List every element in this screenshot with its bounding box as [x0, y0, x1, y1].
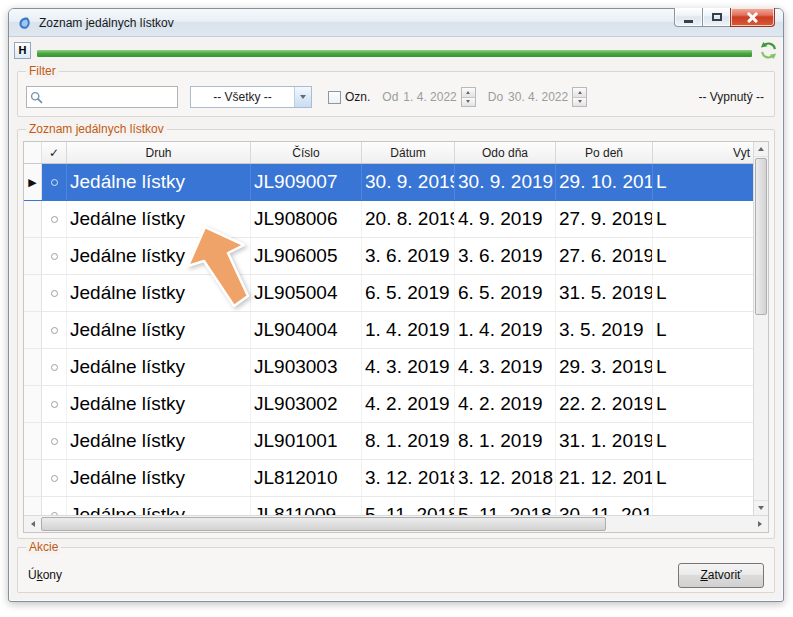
table-row[interactable]: Jedálne lístky JL903002 4. 2. 2019 4. 2.…: [24, 386, 753, 423]
table-row[interactable]: Jedálne lístky JL905004 6. 5. 2019 6. 5.…: [24, 275, 753, 312]
record-dot-icon: [51, 253, 58, 260]
cell-vyt: L: [653, 386, 753, 422]
scroll-down-arrow[interactable]: [754, 500, 768, 515]
header-check-column[interactable]: ✓: [42, 142, 67, 163]
filter-row: -- Všetky -- Ozn. Od 1. 4. 2022 Do 30. 4…: [18, 72, 774, 116]
cell-druh: Jedálne lístky: [67, 497, 251, 515]
row-marker-cell: [24, 349, 42, 385]
search-box[interactable]: [26, 86, 178, 108]
row-marker-cell: [24, 275, 42, 311]
row-check-cell[interactable]: [42, 386, 67, 422]
cell-cislo: JL903003: [251, 349, 362, 385]
cell-odo-dna: 1. 4. 2019: [455, 312, 556, 348]
date-from-spinner[interactable]: [461, 87, 476, 107]
row-check-cell[interactable]: [42, 201, 67, 237]
toolbar-h-button[interactable]: H: [14, 42, 31, 59]
cell-datum: 4. 3. 2019: [362, 349, 455, 385]
header-druh[interactable]: Druh: [67, 142, 251, 163]
header-odo-dna[interactable]: Odo dňa: [455, 142, 556, 163]
table-row[interactable]: Jedálne lístky JL903003 4. 3. 2019 4. 3.…: [24, 349, 753, 386]
minimize-button[interactable]: [674, 8, 703, 27]
scroll-up-arrow[interactable]: [754, 142, 768, 157]
horizontal-scrollbar[interactable]: [24, 515, 768, 532]
row-check-cell[interactable]: [42, 164, 67, 200]
cell-druh: Jedálne lístky: [67, 386, 251, 422]
table-row[interactable]: Jedálne lístky JL812010 3. 12. 2018 3. 1…: [24, 460, 753, 497]
refresh-icon[interactable]: [758, 40, 778, 60]
row-check-cell[interactable]: [42, 275, 67, 311]
horizontal-scroll-thumb[interactable]: [41, 517, 606, 531]
cell-vyt: L: [653, 312, 753, 348]
minimize-icon: [684, 20, 693, 23]
date-to-spinner[interactable]: [572, 87, 587, 107]
type-dropdown-value: -- Všetky --: [191, 90, 294, 104]
search-input[interactable]: [46, 87, 177, 107]
row-marker-cell: [24, 238, 42, 274]
spin-down-icon[interactable]: [462, 98, 475, 107]
ozn-checkbox[interactable]: [328, 91, 341, 104]
record-dot-icon: [51, 475, 58, 482]
cell-datum: 6. 5. 2019: [362, 275, 455, 311]
record-dot-icon: [51, 216, 58, 223]
filter-group-label: Filter: [26, 65, 59, 78]
zatvorit-button[interactable]: Zatvoriť: [678, 563, 764, 588]
cell-odo-dna: 8. 1. 2019: [455, 423, 556, 459]
cell-druh: Jedálne lístky: [67, 349, 251, 385]
row-check-cell[interactable]: [42, 497, 67, 515]
date-from-value: 1. 4. 2022: [403, 90, 456, 104]
state-dropdown[interactable]: -- Vypnutý --: [698, 90, 764, 104]
header-vyt[interactable]: Vyt: [653, 142, 753, 163]
table-row[interactable]: Jedálne lístky JL906005 3. 6. 2019 3. 6.…: [24, 238, 753, 275]
spin-up-icon[interactable]: [462, 88, 475, 98]
vertical-scroll-thumb[interactable]: [755, 158, 767, 315]
close-window-button[interactable]: [730, 8, 775, 27]
cell-druh: Jedálne lístky: [67, 460, 251, 496]
table-row[interactable]: Jedálne lístky JL904004 1. 4. 2019 1. 4.…: [24, 312, 753, 349]
table-row[interactable]: ▶ Jedálne lístky JL909007 30. 9. 2019 30…: [24, 164, 753, 201]
header-marker-column[interactable]: [24, 142, 42, 163]
table-row[interactable]: Jedálne lístky JL908006 20. 8. 2019 4. 9…: [24, 201, 753, 238]
cell-cislo: JL906005: [251, 238, 362, 274]
row-check-cell[interactable]: [42, 238, 67, 274]
header-po-den[interactable]: Po deň: [556, 142, 653, 163]
type-dropdown[interactable]: -- Všetky --: [190, 86, 312, 108]
table-header: ✓ Druh Číslo Dátum Odo dňa Po deň Vyt: [24, 142, 753, 164]
row-marker-cell: [24, 460, 42, 496]
cell-odo-dna: 4. 9. 2019: [455, 201, 556, 237]
table-row[interactable]: Jedálne lístky JL901001 8. 1. 2019 8. 1.…: [24, 423, 753, 460]
actions-row: Úkony Zatvoriť: [18, 548, 774, 592]
row-check-cell[interactable]: [42, 423, 67, 459]
window-title: Zoznam jedálnych lístkov: [39, 16, 174, 30]
header-datum[interactable]: Dátum: [362, 142, 455, 163]
ukony-button[interactable]: Úkony: [28, 568, 62, 582]
record-dot-icon: [51, 401, 58, 408]
cell-po-den: 21. 12. 2018: [556, 460, 653, 496]
cell-po-den: 3. 5. 2019: [556, 312, 653, 348]
header-cislo[interactable]: Číslo: [251, 142, 362, 163]
row-check-cell[interactable]: [42, 312, 67, 348]
row-marker-cell: [24, 423, 42, 459]
window-controls: [674, 8, 775, 27]
maximize-button[interactable]: [703, 8, 730, 27]
cell-vyt: L: [653, 423, 753, 459]
cell-po-den: 30. 11. 2018: [556, 497, 653, 515]
row-check-cell[interactable]: [42, 460, 67, 496]
data-grid: ✓ Druh Číslo Dátum Odo dňa Po deň Vyt ▶ …: [23, 141, 769, 533]
table-row[interactable]: Jedálne lístky JL811009 5. 11. 2018 5. 1…: [24, 497, 753, 515]
cell-cislo: JL909007: [251, 164, 362, 200]
scroll-left-arrow[interactable]: [24, 516, 41, 532]
record-dot-icon: [51, 290, 58, 297]
cell-cislo: JL905004: [251, 275, 362, 311]
list-group-label: Zoznam jedálnych lístkov: [26, 123, 167, 136]
scroll-right-arrow[interactable]: [751, 516, 768, 532]
actions-group: Akcie Úkony Zatvoriť: [17, 547, 775, 593]
spin-up-icon[interactable]: [573, 88, 586, 98]
date-from-label: Od: [382, 90, 398, 104]
cell-vyt: L: [653, 460, 753, 496]
spin-down-icon[interactable]: [573, 98, 586, 107]
dropdown-button[interactable]: [294, 87, 311, 107]
vertical-scrollbar[interactable]: [753, 142, 768, 515]
row-check-cell[interactable]: [42, 349, 67, 385]
cell-odo-dna: 4. 2. 2019: [455, 386, 556, 422]
titlebar[interactable]: Zoznam jedálnych lístkov: [9, 9, 783, 37]
